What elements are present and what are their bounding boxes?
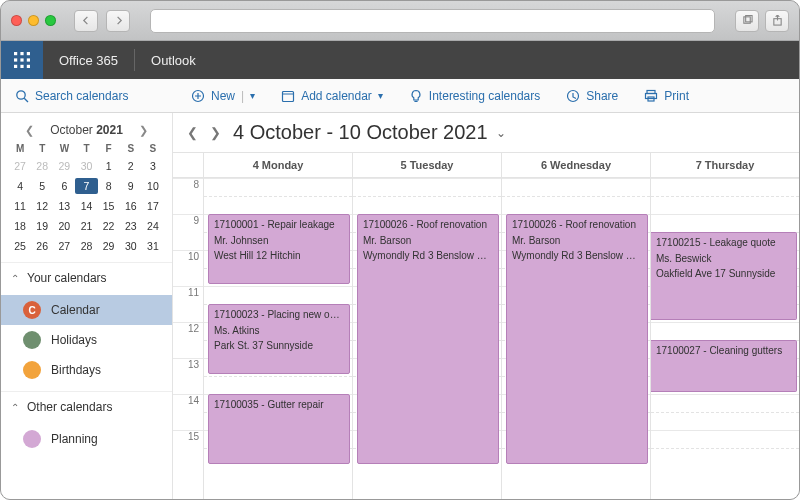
svg-rect-6	[14, 58, 17, 61]
mini-cal-day-header: S	[142, 143, 164, 154]
mini-cal-day[interactable]: 21	[75, 218, 97, 234]
day-header[interactable]: 4 Monday	[203, 153, 352, 177]
mini-cal-day[interactable]: 13	[53, 198, 75, 214]
interesting-label: Interesting calendars	[429, 89, 540, 103]
interesting-calendars-button[interactable]: Interesting calendars	[409, 89, 540, 103]
mini-cal-day-header: W	[53, 143, 75, 154]
mini-cal-prev[interactable]: ❮	[25, 124, 34, 137]
add-calendar-button[interactable]: Add calendar ▾	[281, 89, 383, 103]
share-icon	[566, 89, 580, 103]
new-event-button[interactable]: New |▾	[191, 89, 255, 103]
calendar-event[interactable]: 17100035 - Gutter repair	[208, 394, 350, 464]
mini-cal-day[interactable]: 29	[53, 158, 75, 174]
day-column[interactable]: 17100026 - Roof renovationMr. BarsonWymo…	[352, 178, 501, 499]
mini-cal-day[interactable]: 4	[9, 178, 31, 194]
day-header[interactable]: 6 Wednesday	[501, 153, 650, 177]
mini-cal-day[interactable]: 30	[75, 158, 97, 174]
nav-forward-button[interactable]	[106, 10, 130, 32]
mini-cal-day-header: T	[31, 143, 53, 154]
nav-back-button[interactable]	[74, 10, 98, 32]
chevron-down-icon: ▾	[378, 90, 383, 101]
minimize-window-button[interactable]	[28, 15, 39, 26]
maximize-window-button[interactable]	[45, 15, 56, 26]
suite-header: Office 365 Outlook	[1, 41, 799, 79]
mini-cal-day[interactable]: 23	[120, 218, 142, 234]
print-button[interactable]: Print	[644, 89, 689, 103]
range-title-dropdown[interactable]: 4 October - 10 October 2021 ⌄	[233, 121, 506, 144]
mini-cal-next[interactable]: ❯	[139, 124, 148, 137]
day-column[interactable]: 17100026 - Roof renovationMr. BarsonWymo…	[501, 178, 650, 499]
calendar-item-birthdays[interactable]: Birthdays	[1, 355, 172, 385]
calendar-event[interactable]: 17100027 - Cleaning gutters	[651, 340, 797, 392]
mini-cal-day[interactable]: 20	[53, 218, 75, 234]
day-column[interactable]: 17100215 - Leakage quoteMs. BeswickOakfi…	[650, 178, 799, 499]
mini-cal-day[interactable]: 26	[31, 238, 53, 254]
mini-cal-day[interactable]: 14	[75, 198, 97, 214]
calendar-event[interactable]: 17100215 - Leakage quoteMs. BeswickOakfi…	[651, 232, 797, 320]
mini-cal-day[interactable]: 25	[9, 238, 31, 254]
mini-cal-day[interactable]: 28	[31, 158, 53, 174]
calendar-item-holidays[interactable]: Holidays	[1, 325, 172, 355]
mini-cal-day[interactable]: 27	[53, 238, 75, 254]
calendar-label: Calendar	[51, 303, 100, 317]
mini-cal-day[interactable]: 18	[9, 218, 31, 234]
share-system-button[interactable]	[765, 10, 789, 32]
your-calendars-header[interactable]: ⌃ Your calendars	[1, 262, 172, 293]
event-title: 17100026 - Roof renovation	[363, 218, 493, 232]
calendar-event[interactable]: 17100023 - Placing new outside tapMs. At…	[208, 304, 350, 374]
mini-cal-day[interactable]: 28	[75, 238, 97, 254]
date-range-bar: ❮ ❯ 4 October - 10 October 2021 ⌄	[173, 113, 799, 152]
day-headers-row: 4 Monday 5 Tuesday 6 Wednesday 7 Thursda…	[173, 152, 799, 178]
app-launcher-button[interactable]	[1, 41, 43, 79]
range-prev-button[interactable]: ❮	[187, 125, 198, 140]
share-button[interactable]: Share	[566, 89, 618, 103]
mini-cal-day[interactable]: 7	[75, 178, 97, 194]
mini-cal-day[interactable]: 6	[53, 178, 75, 194]
mini-cal-day[interactable]: 12	[31, 198, 53, 214]
mini-cal-day[interactable]: 24	[142, 218, 164, 234]
time-ruler: 89101112131415	[173, 178, 203, 499]
day-column[interactable]: 17100001 - Repair leakageMr. JohnsenWest…	[203, 178, 352, 499]
mini-cal-day[interactable]: 15	[98, 198, 120, 214]
other-calendars-header[interactable]: ⌃ Other calendars	[1, 391, 172, 422]
mini-cal-day[interactable]: 3	[142, 158, 164, 174]
mini-cal-day[interactable]: 10	[142, 178, 164, 194]
event-address: West Hill 12 Hitchin	[214, 249, 344, 263]
hour-label: 14	[173, 394, 203, 430]
calendar-event[interactable]: 17100001 - Repair leakageMr. JohnsenWest…	[208, 214, 350, 284]
mini-cal-day[interactable]: 2	[120, 158, 142, 174]
calendar-item-planning[interactable]: Planning	[1, 424, 172, 454]
mini-cal-day[interactable]: 31	[142, 238, 164, 254]
mini-cal-day[interactable]: 5	[31, 178, 53, 194]
mini-cal-day[interactable]: 22	[98, 218, 120, 234]
app-brand[interactable]: Outlook	[135, 41, 212, 79]
svg-point-12	[17, 90, 25, 98]
search-calendars[interactable]: Search calendars	[15, 89, 165, 103]
address-bar[interactable]	[150, 9, 715, 33]
mini-cal-day[interactable]: 8	[98, 178, 120, 194]
tabs-button[interactable]	[735, 10, 759, 32]
calendar-event[interactable]: 17100026 - Roof renovationMr. BarsonWymo…	[506, 214, 648, 464]
mini-cal-day[interactable]: 19	[31, 218, 53, 234]
calendar-item-primary[interactable]: C Calendar	[1, 295, 172, 325]
calendar-color-swatch	[23, 361, 41, 379]
mini-cal-day[interactable]: 9	[120, 178, 142, 194]
calendar-color-swatch: C	[23, 301, 41, 319]
suite-brand[interactable]: Office 365	[43, 41, 134, 79]
app-window: Office 365 Outlook Search calendars New …	[0, 0, 800, 500]
close-window-button[interactable]	[11, 15, 22, 26]
event-title: 17100035 - Gutter repair	[214, 398, 344, 412]
mini-cal-day[interactable]: 1	[98, 158, 120, 174]
mini-cal-day[interactable]: 27	[9, 158, 31, 174]
range-next-button[interactable]: ❯	[210, 125, 221, 140]
mini-cal-day[interactable]: 29	[98, 238, 120, 254]
day-header[interactable]: 7 Thursday	[650, 153, 799, 177]
mini-cal-day[interactable]: 17	[142, 198, 164, 214]
mini-cal-day[interactable]: 30	[120, 238, 142, 254]
mini-cal-day[interactable]: 16	[120, 198, 142, 214]
mini-cal-day[interactable]: 11	[9, 198, 31, 214]
calendar-event[interactable]: 17100026 - Roof renovationMr. BarsonWymo…	[357, 214, 499, 464]
hour-label: 9	[173, 214, 203, 250]
day-header[interactable]: 5 Tuesday	[352, 153, 501, 177]
search-placeholder: Search calendars	[35, 89, 128, 103]
